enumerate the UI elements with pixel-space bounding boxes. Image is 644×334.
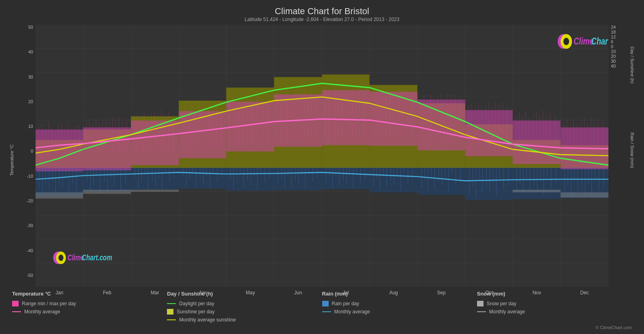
sunshine-swatch [167,309,173,315]
copyright-text: © ClimeChart.com [8,325,636,330]
svg-rect-63 [561,192,608,198]
legend-sunshine-avg-label: Monthly average sunshine [179,317,236,323]
legend-temp-avg: Monthly average [12,309,167,315]
svg-point-356 [564,38,569,45]
temp-range-swatch [12,301,19,306]
rain-swatch [322,301,329,306]
chart-subtitle: Latitude 51.424 - Longitude -2.604 - Ele… [8,17,636,22]
snow-avg-swatch [477,311,486,312]
page-wrapper: Climate Chart for Bristol Latitude 51.42… [0,0,644,334]
svg-rect-47 [36,130,83,172]
chart-svg: Clime Chart.com Clime Chart.com [36,25,608,287]
legend-temp-range-label: Range min / max per day [22,301,76,306]
svg-rect-48 [83,128,131,170]
daylight-swatch [167,303,176,304]
temp-avg-swatch [12,311,21,312]
x-axis: Jan Feb Mar Apr May Jun Jul Aug Sep Oct … [36,288,608,297]
legend-snow-avg-label: Monthly average [489,309,525,315]
svg-rect-49 [131,121,179,165]
svg-rect-60 [83,190,131,194]
svg-text:Chart.com: Chart.com [82,253,112,262]
svg-text:Chart.com: Chart.com [591,36,608,47]
svg-rect-32 [465,168,513,200]
legend-sunshine-per-day-label: Sunshine per day [177,309,214,315]
legend-sunshine-per-day: Sunshine per day [167,309,322,315]
legend-snow-avg: Monthly average [477,309,632,315]
svg-text:Clime: Clime [574,36,594,47]
legend-rain-per-day-label: Rain per day [332,301,359,306]
svg-rect-57 [513,121,560,164]
legend-daylight: Daylight per day [167,301,322,306]
legend-rain-per-day: Rain per day [322,301,477,306]
legend-temp-range: Range min / max per day [12,301,167,306]
snow-swatch [477,301,484,306]
chart-area: Temperature °C 50 40 30 20 10 0 -10 -20 … [8,25,636,287]
y-axis-right-day-label: Day / Sunshine (h) [629,25,636,106]
chart-main: Clime Chart.com Clime Chart.com Jan Feb … [36,25,608,287]
svg-rect-61 [131,190,179,192]
svg-point-361 [59,255,63,261]
rain-avg-swatch [322,311,331,312]
legend-daylight-label: Daylight per day [179,301,214,306]
y-axis-right-top: 24 18 12 6 0 10 20 30 40 [608,25,629,77]
legend-rain-avg: Monthly average [322,309,477,315]
legend-snow-per-day: Snow per day [477,301,632,306]
svg-rect-26 [179,168,226,189]
chart-svg-container: Clime Chart.com Clime Chart.com Jan Feb … [36,25,608,287]
svg-rect-29 [322,168,370,189]
y-axis-right-rain-label: Rain / Snow (mm) [629,114,636,187]
y-axis-left-label: Temperature °C [8,25,15,287]
svg-rect-62 [513,190,560,192]
legend-temp-avg-label: Monthly average [24,309,60,315]
y-axis-left: 50 40 30 20 10 0 -10 -20 -30 -40 -50 [15,25,36,287]
legend-sunshine-avg: Monthly average sunshine [167,317,322,323]
legend-rain-avg-label: Monthly average [334,309,370,315]
chart-title: Climate Chart for Bristol [8,6,636,17]
legend-snow-per-day-label: Snow per day [487,301,516,306]
sunshine-avg-swatch [167,319,176,320]
